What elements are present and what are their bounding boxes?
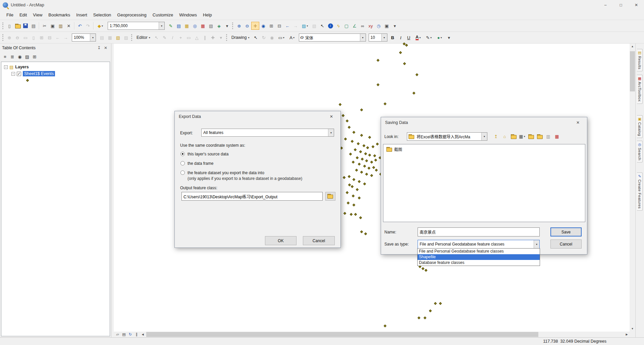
new-geodatabase-icon[interactable]: ▥ xyxy=(544,132,552,141)
radio-feature-dataset[interactable] xyxy=(180,170,185,175)
modelbuilder-window-icon[interactable]: ◈ xyxy=(215,22,223,30)
arctoolbox-window-icon[interactable]: ▦ xyxy=(199,22,207,30)
paste-icon[interactable]: ▥ xyxy=(57,22,65,30)
open-folder-icon[interactable] xyxy=(535,132,544,141)
save-button[interactable]: Save xyxy=(550,227,582,236)
zoom-in-icon[interactable]: ⊕ xyxy=(235,22,243,30)
menu-edit[interactable]: Edit xyxy=(16,11,30,19)
scroll-right-arrow[interactable]: ▶ xyxy=(624,332,630,337)
drawing-select-elements-icon[interactable]: ↖ xyxy=(252,33,260,42)
hyperlink-icon[interactable]: ϟ xyxy=(334,22,342,30)
tools-overflow-icon[interactable]: ▾ xyxy=(391,22,399,30)
cut-icon[interactable]: ✂ xyxy=(41,22,49,30)
vertical-scroll-track[interactable] xyxy=(630,49,635,326)
export-dialog-titlebar[interactable]: Export Data ✕ xyxy=(175,111,340,122)
drawing-overflow-icon[interactable]: ▾ xyxy=(445,33,453,42)
toc-close-icon[interactable]: ✕ xyxy=(102,45,109,51)
menu-customize[interactable]: Customize xyxy=(150,11,176,19)
print-icon[interactable]: ▤ xyxy=(30,22,38,30)
saving-dialog-titlebar[interactable]: Saving Data ✕ xyxy=(381,117,587,128)
font-family-dropdown-arrow[interactable]: ▾ xyxy=(360,34,366,41)
scroll-up-arrow[interactable]: ▲ xyxy=(630,44,635,49)
toolbar-grip[interactable] xyxy=(131,34,132,41)
font-size-dropdown-arrow[interactable]: ▾ xyxy=(381,34,387,41)
toc-symbol-row[interactable] xyxy=(1,77,110,84)
scroll-down-arrow[interactable]: ▼ xyxy=(630,326,635,332)
home-folder-icon[interactable]: ⌂ xyxy=(500,132,509,141)
collapse-icon[interactable]: − xyxy=(11,72,15,76)
catalog-window-icon[interactable]: ▦ xyxy=(183,22,191,30)
map-scale-combo[interactable]: 1:750,000 ▾ xyxy=(108,22,165,30)
menu-help[interactable]: Help xyxy=(200,11,215,19)
add-data-icon[interactable]: ◆▾ xyxy=(95,22,106,30)
point-symbol-swatch[interactable] xyxy=(26,79,29,82)
radio-source-data-label[interactable]: this layer's source data xyxy=(187,152,228,156)
find-icon[interactable]: ∞ xyxy=(359,22,367,30)
select-features-icon[interactable]: ▨▾ xyxy=(300,22,310,30)
layout-zoom-combo[interactable]: 100% ▾ xyxy=(72,33,96,42)
type-option[interactable]: Database feature classes xyxy=(418,260,540,266)
layout-view-button[interactable]: ▤ xyxy=(121,332,127,337)
layer-checkbox[interactable]: ✓ xyxy=(17,72,21,76)
refresh-view-button[interactable]: ↻ xyxy=(127,332,133,337)
editor-toolbar-icon[interactable]: ✎ xyxy=(167,22,175,30)
select-elements-icon[interactable]: ↖ xyxy=(318,22,326,30)
export-cancel-button[interactable]: Cancel xyxy=(303,236,335,245)
type-option[interactable]: Shapefile xyxy=(418,254,540,260)
toolbar-grip[interactable] xyxy=(2,22,4,29)
minimize-button[interactable]: – xyxy=(598,0,613,10)
horizontal-scroll-track[interactable] xyxy=(146,332,624,337)
maximize-button[interactable]: □ xyxy=(613,0,629,10)
type-option[interactable]: File and Personal Geodatabase feature cl… xyxy=(418,249,540,254)
text-tool-icon[interactable]: A▾ xyxy=(287,33,298,42)
toc-options-icon[interactable]: ⊞ xyxy=(31,53,38,60)
new-folder-icon[interactable] xyxy=(527,132,535,141)
toc-layers-row[interactable]: − ▤ Layers xyxy=(1,64,110,70)
python-window-icon[interactable]: ▧ xyxy=(207,22,215,30)
scroll-left-arrow[interactable]: ◀ xyxy=(140,332,146,337)
list-by-visibility-icon[interactable]: ◉ xyxy=(16,53,23,60)
map-vertical-scrollbar[interactable]: ▲ ▼ xyxy=(630,44,635,332)
font-size-combo[interactable]: 10 ▾ xyxy=(369,33,387,42)
new-document-icon[interactable]: ▯ xyxy=(5,22,13,30)
ok-button[interactable]: OK xyxy=(265,236,297,245)
zoom-out-icon[interactable]: ⊖ xyxy=(243,22,251,30)
list-by-drawing-order-icon[interactable]: ≡ xyxy=(1,53,9,60)
pause-drawing-button[interactable]: ∥ xyxy=(133,332,140,337)
shape-tool-icon[interactable]: ▭▾ xyxy=(276,33,287,42)
change-layout-icon[interactable]: ▧ xyxy=(114,33,122,42)
file-list-item[interactable]: 截图 xyxy=(386,146,582,152)
font-family-combo[interactable]: O 宋体 ▾ xyxy=(299,33,366,42)
time-slider-icon[interactable]: ◷ xyxy=(375,22,383,30)
underline-button[interactable]: U xyxy=(405,33,413,42)
saving-cancel-button[interactable]: Cancel xyxy=(550,239,582,249)
editor-menu[interactable]: Editor ▾ xyxy=(134,34,153,41)
open-icon[interactable] xyxy=(13,22,21,30)
close-button[interactable]: ✕ xyxy=(629,0,644,10)
side-tab-search[interactable]: ◎Search xyxy=(637,141,643,162)
map-scale-dropdown-arrow[interactable]: ▾ xyxy=(159,22,164,29)
look-in-combo[interactable]: 将Excel表格数据导入到ArcMa ▾ xyxy=(407,132,487,141)
delete-icon[interactable]: ✕ xyxy=(65,22,73,30)
data-frame-label[interactable]: Layers xyxy=(15,65,29,69)
menu-windows[interactable]: Windows xyxy=(176,11,200,19)
toolbar-grip[interactable] xyxy=(226,34,227,41)
export-dialog-close-icon[interactable]: ✕ xyxy=(326,112,336,121)
side-tab-catalog[interactable]: ▣Catalog xyxy=(637,115,643,138)
file-browser-list[interactable]: 截图 xyxy=(383,144,585,222)
output-path-input[interactable] xyxy=(181,192,323,201)
collapse-icon[interactable]: − xyxy=(4,65,8,69)
font-color-button[interactable]: A▾ xyxy=(413,33,424,42)
measure-icon[interactable]: ∠ xyxy=(351,22,359,30)
export-type-combo[interactable]: All features ▾ xyxy=(201,129,334,137)
full-extent-icon[interactable]: ◉ xyxy=(259,22,267,30)
data-view-button[interactable]: ▱ xyxy=(114,332,121,337)
up-one-level-icon[interactable]: ↥ xyxy=(492,132,500,141)
marker-color-button[interactable]: ●▾ xyxy=(434,33,445,42)
name-input[interactable] xyxy=(418,227,540,236)
identify-icon[interactable]: i xyxy=(326,22,334,30)
toolbar-grip[interactable] xyxy=(2,34,4,41)
line-color-button[interactable]: ✎▾ xyxy=(424,33,434,42)
bold-button[interactable]: B xyxy=(389,33,397,42)
toc-layer-row[interactable]: − ✓ Sheet1$ Events xyxy=(1,70,110,77)
